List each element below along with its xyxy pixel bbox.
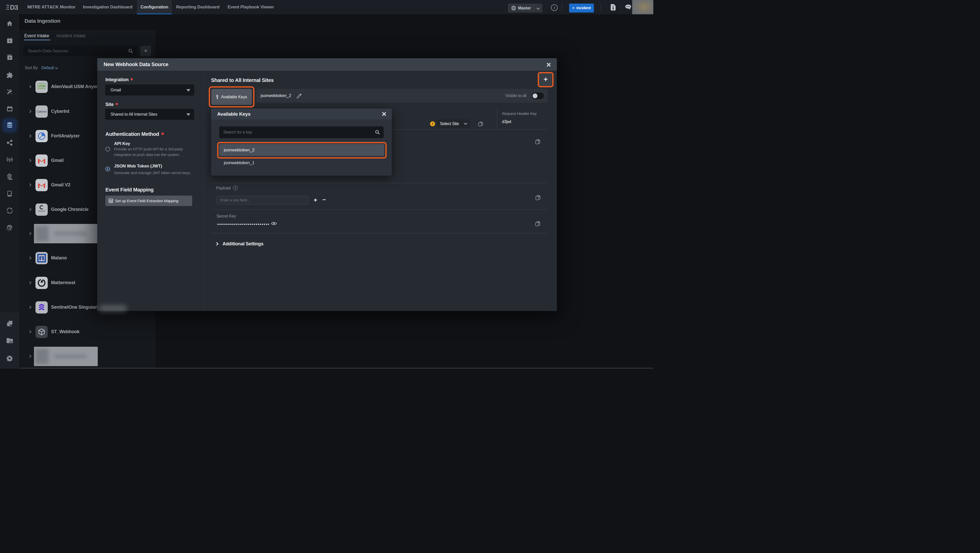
svg-text:D3: D3	[10, 3, 18, 11]
